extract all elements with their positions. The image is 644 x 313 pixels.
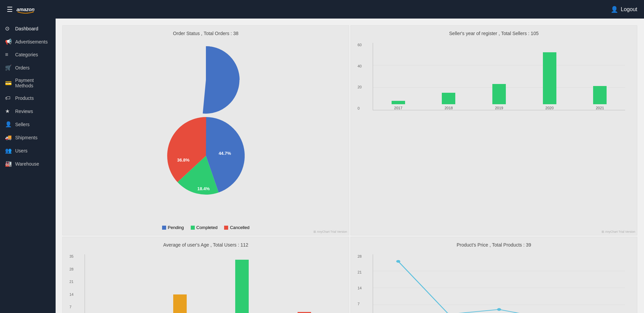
sidebar-item-reviews[interactable]: ★ Reviews bbox=[0, 105, 56, 118]
cancelled-label: Cancelled bbox=[230, 225, 249, 230]
sellers-year-chart: Seller's year of register , Total Seller… bbox=[350, 25, 637, 235]
products-icon: 🏷 bbox=[5, 95, 12, 101]
pie-legend: Pending Completed Cancelled bbox=[162, 225, 249, 230]
bar-label-2018: 2018 bbox=[444, 106, 453, 110]
sidebar-label-shipments: Shipments bbox=[15, 135, 37, 140]
bar-label-2019: 2019 bbox=[495, 106, 503, 110]
legend-pending: Pending bbox=[162, 225, 184, 230]
shipments-icon: 🚚 bbox=[5, 134, 12, 141]
sidebar-item-orders[interactable]: 🛒 Orders bbox=[0, 61, 56, 74]
sidebar-label-advertisements: Advertisements bbox=[15, 39, 48, 45]
svg-text:amazon: amazon bbox=[17, 6, 35, 12]
amazon-logo: amazon bbox=[16, 4, 36, 15]
bar-group-2019: 2019 bbox=[477, 84, 521, 110]
bar-group-15-24: 15-24 bbox=[154, 294, 206, 313]
bar-group-25-39: 25-39 bbox=[216, 260, 268, 313]
anychart-watermark-1: ⊞ AnyChart Trial Version bbox=[313, 230, 347, 233]
sidebar-label-users: Users bbox=[15, 148, 28, 153]
age-bars-area: 15- 15-24 25-39 40+ bbox=[85, 254, 337, 313]
bar-2020 bbox=[543, 52, 556, 104]
product-price-chart: Product's Price , Total Products : 39 0 … bbox=[350, 237, 637, 313]
sellers-y-axis: 0 20 40 60 bbox=[358, 43, 362, 110]
bar-25-39 bbox=[235, 260, 249, 313]
logout-area[interactable]: 👤 Logout bbox=[611, 6, 637, 13]
bar-label-2020: 2020 bbox=[545, 106, 553, 110]
sidebar-item-payment-methods[interactable]: 💳 Payment Methods bbox=[0, 74, 56, 92]
pie-chart-final bbox=[167, 117, 245, 195]
warehouse-icon: 🏭 bbox=[5, 161, 12, 167]
sidebar-item-shipments[interactable]: 🚚 Shipments bbox=[0, 131, 56, 144]
charts-grid: Order Status , Total Orders : 38 bbox=[62, 25, 637, 313]
bar-2019 bbox=[492, 84, 506, 104]
pie-container: 44.7% 18.4% 36.8% Pending Completed bbox=[68, 39, 344, 230]
bar-label-2017: 2017 bbox=[394, 106, 402, 110]
sidebar-item-advertisements[interactable]: 📢 Advertisements bbox=[0, 35, 56, 48]
bar-label-2021: 2021 bbox=[596, 106, 604, 110]
completed-label: Completed bbox=[196, 225, 218, 230]
sidebar-label-sellers: Sellers bbox=[15, 122, 30, 127]
bar-15-24 bbox=[173, 294, 187, 313]
bar-group-2017: 2017 bbox=[376, 101, 420, 110]
sidebar-label-reviews: Reviews bbox=[15, 109, 33, 114]
price-chart-area: 1000- 1000-5000 5000-10000 10000-20000 2… bbox=[373, 254, 625, 313]
pending-label: Pending bbox=[168, 225, 184, 230]
pie-chart-svg bbox=[169, 43, 243, 117]
sidebar-item-sellers[interactable]: 👤 Sellers bbox=[0, 118, 56, 131]
main-content: Order Status , Total Orders : 38 bbox=[56, 19, 644, 313]
user-age-title: Average of user's Age , Total Users : 11… bbox=[68, 242, 344, 248]
sidebar-label-orders: Orders bbox=[15, 65, 30, 70]
legend-cancelled: Cancelled bbox=[224, 225, 249, 230]
users-icon: 👥 bbox=[5, 147, 12, 154]
pending-dot bbox=[162, 226, 166, 230]
product-price-title: Product's Price , Total Products : 39 bbox=[356, 242, 632, 248]
sidebar-item-categories[interactable]: ≡ Categories bbox=[0, 48, 56, 61]
bar-2017 bbox=[392, 101, 405, 104]
sidebar: ⊙ Dashboard 📢 Advertisements ≡ Categorie… bbox=[0, 19, 56, 313]
bar-2018 bbox=[442, 93, 455, 104]
bar-group-2020: 2020 bbox=[528, 52, 572, 110]
sidebar-item-dashboard[interactable]: ⊙ Dashboard bbox=[0, 22, 56, 35]
anychart-watermark-2: ⊞ AnyChart Trial Version bbox=[602, 230, 635, 233]
sidebar-label-products: Products bbox=[15, 95, 34, 101]
bar-2021 bbox=[593, 86, 607, 104]
sidebar-label-categories: Categories bbox=[15, 52, 38, 57]
order-status-chart: Order Status , Total Orders : 38 bbox=[62, 25, 349, 235]
sellers-bars-area: 2017 2018 2019 2020 bbox=[373, 43, 625, 110]
brand-area: ☰ amazon bbox=[7, 4, 36, 15]
cancelled-dot bbox=[224, 226, 228, 230]
svg-point-7 bbox=[497, 308, 501, 311]
advertisements-icon: 📢 bbox=[5, 38, 12, 45]
reviews-icon: ★ bbox=[5, 108, 12, 114]
user-age-chart: Average of user's Age , Total Users : 11… bbox=[62, 237, 349, 313]
legend-completed: Completed bbox=[191, 225, 218, 230]
user-icon: 👤 bbox=[611, 6, 618, 13]
bar-group-2018: 2018 bbox=[427, 93, 471, 110]
categories-icon: ≡ bbox=[5, 52, 12, 58]
orders-icon: 🛒 bbox=[5, 64, 12, 71]
sidebar-item-warehouse[interactable]: 🏭 Warehouse bbox=[0, 157, 56, 170]
hamburger-button[interactable]: ☰ bbox=[7, 5, 13, 13]
sellers-year-title: Seller's year of register , Total Seller… bbox=[356, 31, 632, 36]
dashboard-icon: ⊙ bbox=[5, 25, 12, 32]
line-chart-svg bbox=[373, 254, 625, 313]
navbar: ☰ amazon 👤 Logout bbox=[0, 0, 644, 19]
bar-group-2021: 2021 bbox=[578, 86, 622, 110]
age-y-axis: 0 7 14 21 28 35 bbox=[69, 254, 73, 313]
sidebar-label-payment-methods: Payment Methods bbox=[15, 78, 51, 88]
sidebar-item-products[interactable]: 🏷 Products bbox=[0, 92, 56, 105]
logout-label[interactable]: Logout bbox=[621, 6, 637, 12]
sidebar-item-users[interactable]: 👥 Users bbox=[0, 144, 56, 157]
order-status-title: Order Status , Total Orders : 38 bbox=[68, 31, 344, 36]
svg-point-5 bbox=[396, 260, 400, 263]
sidebar-label-warehouse: Warehouse bbox=[15, 161, 39, 167]
payment-icon: 💳 bbox=[5, 80, 12, 86]
price-y-axis: 0 7 14 21 28 bbox=[358, 254, 362, 313]
completed-dot bbox=[191, 226, 195, 230]
sidebar-label-dashboard: Dashboard bbox=[15, 26, 38, 31]
sellers-icon: 👤 bbox=[5, 121, 12, 127]
